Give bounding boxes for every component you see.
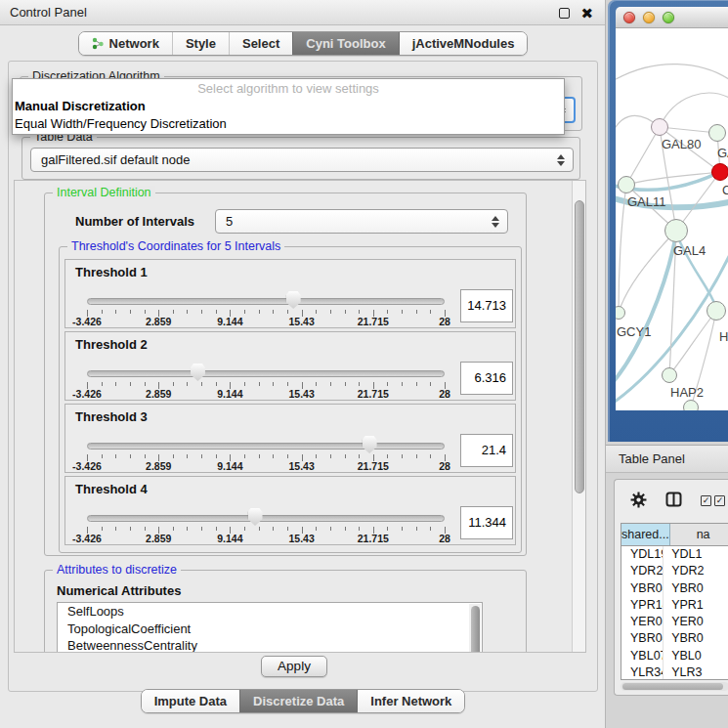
- columns-icon[interactable]: [665, 492, 682, 507]
- slider-track[interactable]: [87, 515, 445, 522]
- network-node[interactable]: [651, 118, 668, 136]
- table-row[interactable]: YBL079WYBL0: [621, 648, 728, 664]
- tab-impute-data[interactable]: Impute Data: [142, 690, 239, 712]
- list-scrollbar[interactable]: [469, 604, 481, 653]
- network-node[interactable]: [708, 124, 726, 142]
- table-cell: YBR0: [664, 630, 728, 647]
- network-edge[interactable]: [660, 93, 728, 127]
- tick-mark: [345, 454, 346, 458]
- table-cell: YLR345W: [621, 664, 664, 680]
- minimize-traffic-light[interactable]: [643, 12, 655, 23]
- tab-discretize-data[interactable]: Discretize Data: [239, 690, 357, 712]
- tick-mark: [345, 310, 346, 314]
- threshold-value-field[interactable]: 14.713: [460, 289, 513, 322]
- network-node[interactable]: [662, 367, 677, 383]
- tab-select[interactable]: Select: [229, 32, 292, 55]
- tab-network[interactable]: Network: [79, 32, 172, 55]
- control-panel-titlebar: Control Panel ✖: [0, 0, 605, 25]
- dropdown-item-equal-width[interactable]: Equal Width/Frequency Discretization: [13, 115, 564, 133]
- tick-mark: [259, 527, 260, 531]
- tick-mark: [387, 454, 388, 458]
- scrollbar-thumb[interactable]: [575, 200, 584, 493]
- close-icon[interactable]: ✖: [580, 1, 593, 26]
- slider-track[interactable]: [87, 298, 445, 305]
- gear-icon[interactable]: [630, 492, 647, 508]
- close-traffic-light[interactable]: [623, 12, 635, 23]
- zoom-traffic-light[interactable]: [663, 12, 674, 23]
- scrollbar-thumb[interactable]: [471, 606, 480, 653]
- table-row[interactable]: YER054CYER0: [621, 614, 728, 630]
- settings-scrollbar[interactable]: [572, 181, 586, 652]
- table-data-combobox[interactable]: galFiltered.sif default node: [30, 148, 574, 172]
- network-edge[interactable]: [616, 64, 728, 82]
- network-canvas[interactable]: GAL80GACGAL11GAL4GCY1HHAP2: [616, 28, 728, 410]
- checkbox-icon[interactable]: ✓: [714, 495, 725, 506]
- network-node[interactable]: [711, 163, 728, 181]
- list-item[interactable]: SelfLoops: [58, 603, 482, 621]
- tick-label: 28: [439, 533, 450, 544]
- table-cell: YPR145W: [621, 597, 664, 614]
- tab-jactivemnodules[interactable]: jActiveMNodules: [399, 32, 528, 55]
- table-cell: YBR0: [664, 580, 728, 597]
- tick-mark: [416, 527, 417, 531]
- table-row[interactable]: YBR043CYBR0: [621, 580, 728, 597]
- scrollbar-thumb[interactable]: [622, 683, 723, 690]
- network-node[interactable]: [683, 400, 699, 410]
- threshold-value-field[interactable]: 6.316: [460, 362, 513, 395]
- tick-label: 2.859: [146, 460, 171, 472]
- threshold-value-field[interactable]: 21.4: [460, 434, 513, 467]
- apply-button[interactable]: Apply: [261, 656, 327, 677]
- slider-thumb[interactable]: [248, 508, 263, 526]
- column-header-shared-name[interactable]: shared...: [621, 524, 670, 545]
- tab-style[interactable]: Style: [172, 32, 229, 55]
- tick-mark: [316, 310, 317, 314]
- slider-thumb[interactable]: [191, 364, 205, 381]
- table-header-row: shared... na: [621, 524, 728, 546]
- float-window-icon[interactable]: [559, 8, 570, 19]
- tick-mark: [259, 454, 260, 458]
- tick-mark: [359, 454, 360, 458]
- table-row[interactable]: YDR27...YDR2: [621, 563, 728, 579]
- network-node[interactable]: [618, 176, 635, 193]
- threshold-value-field[interactable]: 11.344: [460, 506, 513, 539]
- table-row[interactable]: YDL19...YDL1: [621, 546, 728, 563]
- checkbox-icon[interactable]: ✓: [701, 495, 711, 506]
- dropdown-item-manual-discretization[interactable]: Manual Discretization: [13, 98, 564, 115]
- table-row[interactable]: YBR045CYBR0: [621, 630, 728, 647]
- tick-mark: [273, 454, 274, 458]
- bottom-tabbar: Impute Data Discretize Data Infer Networ…: [0, 689, 606, 713]
- slider-track[interactable]: [87, 443, 445, 450]
- column-header-name[interactable]: na: [670, 524, 728, 545]
- tick-mark: [402, 382, 403, 386]
- tick-label: 15.43: [288, 533, 314, 544]
- tab-cyni-toolbox[interactable]: Cyni Toolbox: [292, 32, 398, 55]
- slider-thumb[interactable]: [363, 436, 377, 453]
- tick-mark: [430, 454, 431, 458]
- list-item[interactable]: BetweennessCentrality: [58, 637, 482, 653]
- slider-thumb[interactable]: [286, 291, 301, 309]
- tick-label: -3.426: [72, 533, 102, 544]
- number-of-intervals-value: 5: [226, 210, 233, 233]
- tick-mark: [130, 527, 131, 531]
- tick-mark: [201, 527, 202, 531]
- network-node[interactable]: [664, 219, 688, 242]
- tick-mark: [102, 527, 103, 531]
- table-row[interactable]: YLR345WYLR3: [621, 664, 728, 680]
- network-edge[interactable]: [626, 127, 660, 185]
- dropdown-placeholder-item[interactable]: Select algorithm to view settings: [13, 79, 564, 98]
- group-title: Attributes to discretize: [53, 563, 181, 577]
- table-horizontal-scrollbar[interactable]: [621, 682, 728, 691]
- tick-mark: [102, 382, 103, 386]
- list-item[interactable]: TopologicalCoefficient: [58, 621, 482, 638]
- tick-mark: [359, 527, 360, 531]
- network-node-label: H: [719, 329, 728, 344]
- table-row[interactable]: YPR145WYPR1: [621, 597, 728, 614]
- tick-mark: [244, 527, 245, 531]
- numerical-attributes-list[interactable]: SelfLoopsTopologicalCoefficientBetweenne…: [57, 602, 483, 653]
- tick-label: 9.144: [217, 460, 242, 472]
- tab-infer-network[interactable]: Infer Network: [357, 690, 464, 712]
- number-of-intervals-combobox[interactable]: 5: [215, 209, 508, 234]
- table-cell: YER0: [664, 614, 728, 630]
- network-node[interactable]: [707, 301, 726, 321]
- slider-track[interactable]: [87, 370, 445, 377]
